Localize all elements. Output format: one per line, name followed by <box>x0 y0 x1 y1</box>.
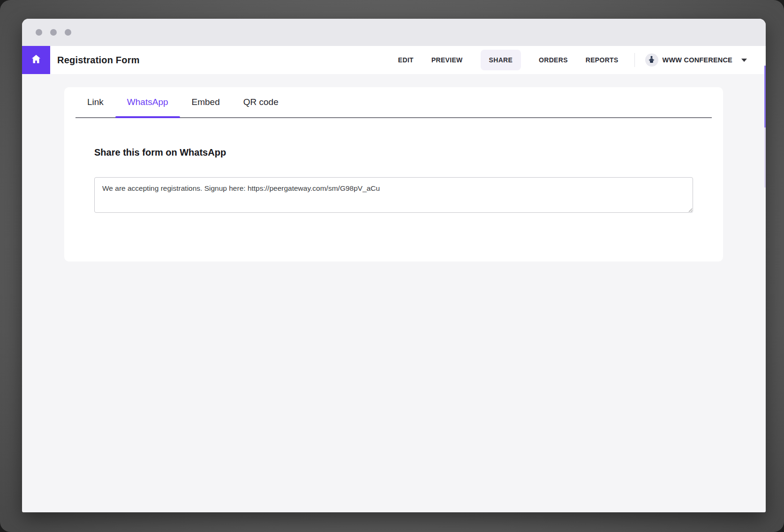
section-heading: Share this form on WhatsApp <box>94 145 693 159</box>
nav-item-edit[interactable]: EDIT <box>398 56 414 64</box>
nav-item-preview[interactable]: PREVIEW <box>431 56 463 64</box>
window-control-dot <box>36 29 42 36</box>
header-divider <box>634 53 635 67</box>
whatsapp-message-textarea[interactable]: We are accepting registrations. Signup h… <box>94 177 693 213</box>
scrollbar-track <box>764 127 766 187</box>
header-right-group: EDIT PREVIEW SHARE ORDERS REPORTS <box>398 50 766 70</box>
nav-item-orders[interactable]: ORDERS <box>539 56 568 64</box>
desktop-frame: Registration Form EDIT PREVIEW SHARE ORD… <box>0 0 784 532</box>
tab-qr-code[interactable]: QR code <box>232 87 290 117</box>
share-card-body: Share this form on WhatsApp We are accep… <box>64 118 723 213</box>
avatar <box>645 53 658 67</box>
scrollbar-thumb[interactable] <box>764 66 766 127</box>
tab-whatsapp[interactable]: WhatsApp <box>115 87 180 117</box>
tab-link[interactable]: Link <box>75 87 115 117</box>
share-card: Link WhatsApp Embed QR code Share this f… <box>64 87 723 262</box>
browser-window: Registration Form EDIT PREVIEW SHARE ORD… <box>22 19 766 512</box>
app-header: Registration Form EDIT PREVIEW SHARE ORD… <box>22 46 766 74</box>
tab-embed[interactable]: Embed <box>180 87 232 117</box>
speaker-podium-icon <box>647 55 656 66</box>
chevron-down-icon <box>741 59 747 62</box>
home-icon <box>30 53 42 67</box>
page-title: Registration Form <box>57 55 140 66</box>
account-name: WWW CONFERENCE <box>663 56 732 64</box>
nav-item-reports[interactable]: REPORTS <box>586 56 618 64</box>
account-menu[interactable]: WWW CONFERENCE <box>645 53 747 67</box>
main-nav: EDIT PREVIEW SHARE ORDERS REPORTS <box>398 50 618 70</box>
window-control-dot <box>50 29 57 36</box>
browser-titlebar <box>22 19 766 46</box>
home-button[interactable] <box>22 46 50 74</box>
share-tabs: Link WhatsApp Embed QR code <box>75 87 712 118</box>
nav-item-share[interactable]: SHARE <box>481 50 521 70</box>
window-control-dot <box>65 29 71 36</box>
